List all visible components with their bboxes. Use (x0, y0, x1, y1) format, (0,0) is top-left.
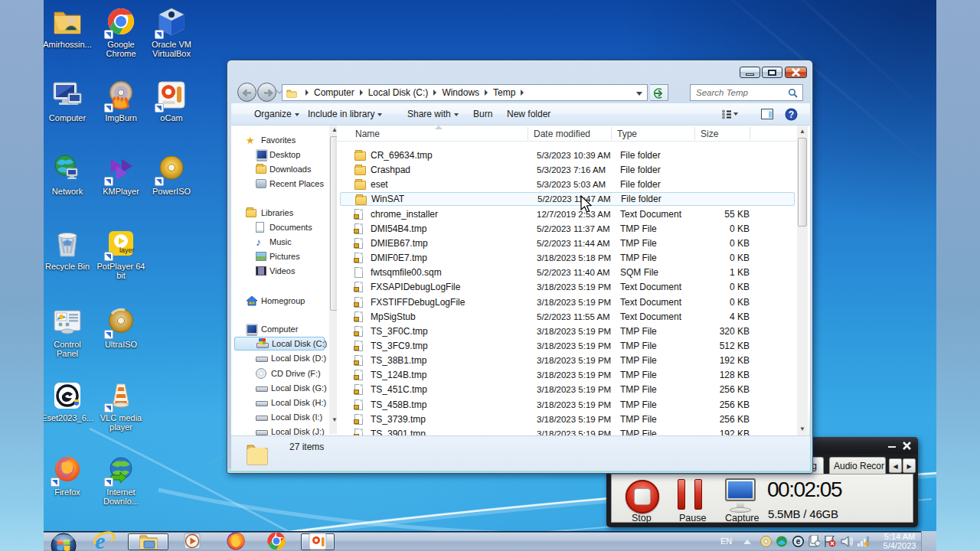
svg-text:layer: layer (119, 246, 135, 254)
svg-text:e: e (796, 537, 801, 546)
svg-text:?: ? (789, 109, 794, 120)
